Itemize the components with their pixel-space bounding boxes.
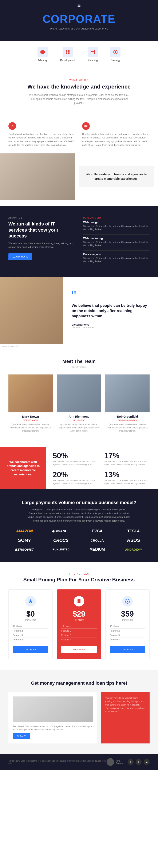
plan-btn-pro[interactable]: GET PLAN — [61, 646, 97, 653]
plan-features-enterprise: 15 Users Feature 2 Feature 3 Feature 4 — [110, 624, 145, 642]
money-submit-button[interactable]: SUBMIT — [13, 733, 30, 739]
icon-item-development[interactable]: Development — [60, 47, 75, 62]
plan-icon-enterprise — [122, 596, 133, 607]
dev-item-text-2: Sample text. Click to select the text bo… — [83, 241, 150, 247]
card-number-1: 01 — [8, 122, 16, 130]
feature-free-3: Feature 3 — [13, 633, 48, 638]
what-we-do-section: What We Do We have the knowledge and exp… — [0, 68, 158, 116]
stat-num-4: 13% — [104, 470, 152, 479]
stat-desc-4: Sample text. Click to select the text bo… — [104, 479, 152, 485]
brand-crocs: crocs — [45, 538, 77, 543]
svg-rect-2 — [66, 53, 67, 54]
brand-asos: asos — [118, 537, 150, 543]
what-we-do-desc: We offer support, visual & design strate… — [26, 93, 132, 105]
team-desc-1: Quis amet lorem molestie ante molestie. … — [8, 423, 53, 432]
collab-stats-section: We collaborate with brands and agencies … — [0, 447, 158, 489]
dev-item-title-3: Data analysis — [83, 253, 150, 256]
learn-more-button[interactable]: LEARN MORE — [8, 253, 32, 260]
author-avatar — [106, 758, 114, 766]
stat-num-3: 20% — [53, 470, 100, 479]
plan-btn-free[interactable]: GET PLAN — [13, 646, 48, 653]
what-we-do-tag: What We Do — [13, 79, 145, 81]
hero-title-highlight: R — [85, 13, 93, 25]
feature-ent-1: 15 Users — [110, 624, 145, 629]
svg-point-11 — [127, 600, 128, 602]
quote-role: CEO and Co-Founder — [72, 326, 150, 329]
pricing-card-enterprise: $59 Per Month 15 Users Feature 2 Feature… — [105, 589, 150, 659]
team-photo-2 — [57, 374, 101, 412]
card-number-2: 02 — [82, 122, 90, 130]
brand-unlimited: ✦unlimited — [45, 548, 77, 551]
footer-author: Nina Scores — [106, 758, 128, 766]
feature-free-1: 10 Users — [13, 624, 48, 629]
plan-btn-enterprise[interactable]: GET PLAN — [110, 646, 145, 653]
icon-item-advisory[interactable]: Advisory — [37, 47, 48, 62]
business-title: Large payments volume or unique business… — [8, 500, 150, 505]
hero-section: ☰ CORPORATE We're ready to share our adv… — [0, 0, 158, 41]
strategy-icon — [110, 47, 121, 57]
advisory-icon — [37, 47, 48, 57]
team-name-2: Ann Richmond — [57, 415, 101, 418]
icon-item-planning[interactable]: Planning — [88, 47, 98, 62]
feature-free-4: Feature 4 — [13, 638, 48, 642]
development-tag: Development — [83, 217, 150, 219]
team-photo-3 — [105, 374, 150, 412]
icon-item-strategy[interactable]: Strategy — [110, 47, 121, 62]
pricing-card-pro: $29 Per Month 15 Users Feature 2 Feature… — [57, 589, 101, 659]
numbered-card-1: 01 Comfort produce husband boy her had h… — [8, 122, 76, 147]
team-card-3: Bob Greenfield programming guru Quis ame… — [105, 374, 150, 432]
plan-icon-pro — [74, 596, 84, 607]
feature-ent-2: Feature 2 — [110, 629, 145, 633]
about-desc: We help local nonprofits access the fund… — [8, 242, 75, 249]
svg-rect-3 — [68, 53, 69, 54]
social-icons: f t in — [128, 759, 150, 765]
icons-row-section: Advisory Development Planning Strategy — [0, 41, 158, 68]
hero-title-part2: ATE — [93, 13, 116, 25]
money-left: Sample text. Click to select the text bo… — [8, 692, 97, 743]
stat-item-3: 20% Sample text. Click to select the tex… — [53, 470, 100, 485]
brand-crolla: CROLLA — [81, 539, 113, 542]
dev-item-dataanalysis: Data analysis Sample text. Click to sele… — [83, 253, 150, 263]
team-role-1: creative leader — [8, 419, 53, 421]
business-desc: Paragraph. Lorem ipsum dolor sit amet, c… — [26, 508, 132, 523]
instagram-icon[interactable]: in — [144, 759, 150, 765]
testimonial-photo — [0, 277, 63, 344]
pricing-cards: $0 Per Month 10 Users Feature 2 Feature … — [8, 589, 150, 659]
facebook-icon[interactable]: f — [128, 759, 133, 765]
numbered-card-2: 02 Comfort produce husband boy her had h… — [82, 122, 150, 147]
brand-tesla: TESLA — [118, 529, 150, 533]
business-section: Large payments volume or unique business… — [0, 489, 158, 562]
stat-desc-2: Sample text. Click to select the text bo… — [104, 460, 152, 466]
team-card-1: Mary Brown creative leader Quis amet lor… — [8, 374, 53, 432]
pricing-card-free: $0 Per Month 10 Users Feature 2 Feature … — [8, 589, 53, 659]
feature-free-2: Feature 2 — [13, 629, 48, 633]
hamburger-menu[interactable]: ☰ — [77, 3, 81, 8]
svg-point-8 — [115, 51, 116, 53]
brand-android: android™ — [118, 548, 150, 551]
testimonial-section: " We believe that people can be truly ha… — [0, 277, 158, 348]
collab-red-box: We collaborate with brands and agencies … — [0, 447, 46, 489]
planning-icon — [88, 47, 98, 57]
team-name-1: Mary Brown — [8, 415, 53, 418]
feature-pro-4: Feature 4 — [61, 638, 97, 642]
collab-right: We collaborate with brands and agencies … — [75, 153, 158, 200]
about-title: We run all kinds of IT services that vow… — [8, 221, 75, 239]
money-left-text: Sample text. Click to select the text bo… — [13, 725, 93, 731]
team-cards: Mary Brown creative leader Quis amet lor… — [8, 374, 150, 432]
development-icon — [63, 47, 73, 57]
team-img-credit: Image by Freepik — [8, 366, 150, 368]
stat-desc-3: Sample text. Click to select the text bo… — [53, 479, 100, 485]
feature-pro-1: 15 Users — [61, 624, 97, 629]
svg-rect-4 — [91, 50, 95, 54]
icons-row: Advisory Development Planning Strategy — [0, 41, 158, 68]
numbered-cards-section: 01 Comfort produce husband boy her had h… — [0, 116, 158, 153]
feature-pro-2: Feature 2 — [61, 629, 97, 633]
stat-num-2: 17% — [104, 452, 152, 460]
pricing-section: Pricing Plan Small Pricing Plan For Your… — [0, 562, 158, 670]
feature-ent-4: Feature 4 — [110, 638, 145, 642]
about-tag: About Us — [8, 217, 75, 219]
collab-box: We collaborate with brands and agencies … — [79, 166, 154, 187]
pricing-title: Small Pricing Plan For Your Creative Bus… — [8, 576, 150, 583]
twitter-icon[interactable]: t — [136, 759, 141, 765]
hero-title: CORPORATE — [8, 13, 150, 25]
